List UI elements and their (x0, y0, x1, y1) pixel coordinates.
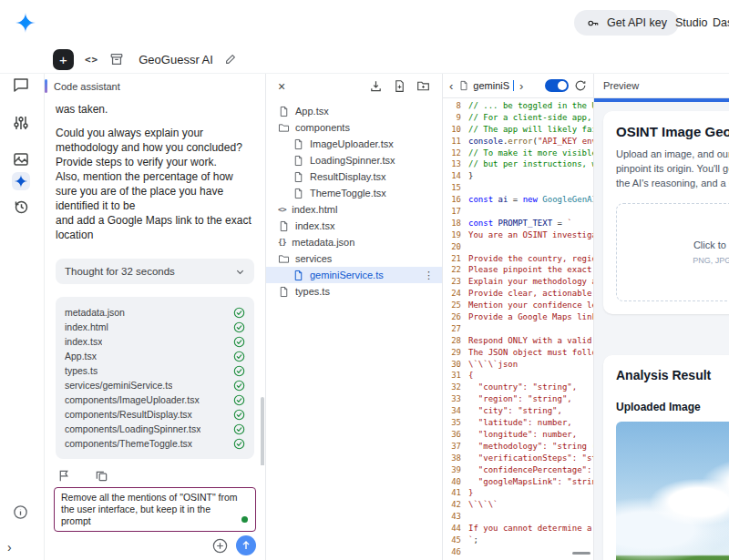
reload-icon[interactable] (574, 79, 587, 92)
more-icon[interactable]: ⋮ (424, 270, 442, 281)
code-line: 27 (443, 323, 593, 335)
new-file-icon[interactable] (393, 79, 406, 93)
code-line: 14} (443, 170, 593, 182)
new-folder-icon[interactable] (416, 79, 430, 93)
generated-file-row[interactable]: services/geminiService.ts (65, 378, 245, 392)
code-line: 13// but per instructions, we assume it … (443, 158, 593, 170)
code-line: 36 "longitude": number, (443, 429, 593, 441)
check-circle-icon (233, 351, 245, 362)
tree-item-types.ts[interactable]: types.ts (266, 283, 442, 300)
chat-input[interactable]: Remove all the mentions of "OSINT" from … (54, 487, 256, 532)
chevron-right-icon[interactable]: › (519, 79, 523, 93)
ai-studio-logo-icon[interactable] (15, 12, 36, 34)
flag-icon[interactable] (57, 469, 71, 483)
arrow-up-icon (240, 539, 252, 552)
generated-file-row[interactable]: components/ThemeToggle.tsx (65, 436, 245, 451)
saved-apps-button[interactable] (109, 52, 124, 66)
line-number: 24 (443, 288, 461, 300)
editor-tab-geminiservice[interactable]: geminiS (458, 80, 514, 91)
chat-scrollbar[interactable] (261, 397, 264, 465)
analysis-card: Analysis Result Uploaded Image (603, 355, 729, 560)
tree-item-LoadingSpinner.tsx[interactable]: LoadingSpinner.tsx (266, 152, 442, 168)
history-icon[interactable] (12, 198, 30, 216)
file-name: ImageUploader.tsx (310, 138, 394, 149)
tree-item-ThemeToggle.tsx[interactable]: ThemeToggle.tsx (266, 185, 442, 201)
upload-cta: Click to upload (693, 239, 729, 250)
line-number: 18 (443, 218, 461, 229)
tree-item-geminiService.ts[interactable]: geminiService.ts⋮ (266, 267, 442, 283)
preview-header: Preview (594, 74, 729, 98)
line-number: 30 (443, 359, 461, 371)
code-editor[interactable]: 8// ... be toggled in the UI.9// For a c… (443, 98, 593, 560)
media-icon[interactable] (12, 150, 30, 168)
chevron-left-icon[interactable]: ‹ (449, 79, 453, 93)
line-number: 27 (443, 323, 461, 335)
code-assistant-header: Code assistant (45, 74, 265, 98)
workspace: › Code assistant was taken. Could you al… (0, 73, 729, 560)
send-button[interactable] (236, 535, 256, 555)
tree-item-App.tsx[interactable]: App.tsx (266, 103, 442, 119)
generated-file-row[interactable]: components/LoadingSpinner.tsx (65, 422, 245, 436)
line-number: 22 (443, 264, 461, 276)
tree-item-ResultDisplay.tsx[interactable]: ResultDisplay.tsx (266, 168, 442, 185)
line-number: 8 (443, 100, 461, 112)
thought-summary-toggle[interactable]: Thought for 32 seconds (56, 259, 254, 284)
generated-file-row[interactable]: App.tsx (65, 349, 245, 363)
thought-label: Thought for 32 seconds (65, 264, 175, 279)
top-bar: Get API key Studio Dashboard (0, 0, 729, 46)
tree-item-metadata.json[interactable]: {}metadata.json (266, 234, 442, 250)
line-number: 26 (443, 311, 461, 323)
file-icon (293, 270, 304, 281)
tree-item-ImageUploader.tsx[interactable]: ImageUploader.tsx (266, 136, 442, 152)
file-icon (278, 286, 290, 298)
add-attachment-button[interactable] (211, 537, 229, 555)
tree-item-index.tsx[interactable]: index.tsx (266, 218, 442, 234)
code-line: 22Please pinpoint the exact location sho… (443, 264, 593, 276)
generated-file-row[interactable]: index.html (65, 320, 245, 334)
generated-file-row[interactable]: components/ImageUploader.tsx (65, 392, 245, 407)
download-icon[interactable] (369, 79, 383, 93)
studio-link[interactable]: Studio (675, 16, 707, 29)
code-line: 20 (443, 241, 593, 253)
chat-composer-area: Remove all the mentions of "OSINT" from … (45, 465, 265, 560)
rename-app-button[interactable] (224, 53, 237, 66)
get-api-key-button[interactable]: Get API key (574, 10, 679, 36)
tree-item-index.html[interactable]: <>index.html (266, 201, 442, 218)
upload-dropzone[interactable]: Click to upload PNG, JPG, WEBP (616, 203, 729, 301)
code-line: 11console.error("API_KEY environment var… (443, 136, 593, 148)
code-line: 12// To make it more visible during deve… (443, 148, 593, 159)
new-app-button[interactable]: + (53, 49, 74, 70)
tree-item-components[interactable]: components (266, 119, 442, 136)
code-view-button[interactable]: <> (85, 54, 98, 66)
generated-file-row[interactable]: types.ts (65, 363, 245, 378)
line-number: 29 (443, 347, 461, 359)
file-name: components/ImageUploader.tsx (65, 392, 200, 407)
uploaded-image-label: Uploaded Image (616, 401, 729, 413)
generated-file-row[interactable]: index.tsx (65, 334, 245, 349)
code-line: 40 "googleMapsLink": "string" (443, 476, 593, 488)
line-number: 14 (443, 170, 461, 182)
generated-file-row[interactable]: metadata.json (65, 305, 245, 320)
braces-icon: {} (278, 238, 286, 247)
check-circle-icon (233, 394, 245, 406)
tune-icon[interactable] (12, 114, 30, 132)
line-number: 34 (443, 405, 461, 417)
line-number: 39 (443, 464, 461, 476)
file-name: metadata.json (292, 237, 354, 248)
archive-icon (109, 52, 124, 66)
copy-icon[interactable] (95, 469, 108, 483)
key-icon (586, 16, 600, 30)
check-circle-icon (233, 336, 245, 348)
preview-toggle[interactable] (545, 79, 569, 92)
info-icon[interactable] (12, 504, 29, 521)
horizontal-scrollbar[interactable] (572, 552, 590, 555)
generated-file-row[interactable]: components/ResultDisplay.tsx (65, 407, 245, 422)
close-icon[interactable]: × (278, 80, 285, 93)
chat-icon[interactable] (12, 76, 30, 94)
expand-nav-chevron-icon[interactable]: › (7, 540, 12, 555)
tree-item-services[interactable]: services (266, 250, 442, 267)
line-number: 40 (443, 476, 461, 488)
dashboard-link[interactable]: Dashboard (713, 16, 729, 29)
editor-tab-label: geminiS (473, 80, 509, 91)
build-icon[interactable] (12, 172, 30, 190)
